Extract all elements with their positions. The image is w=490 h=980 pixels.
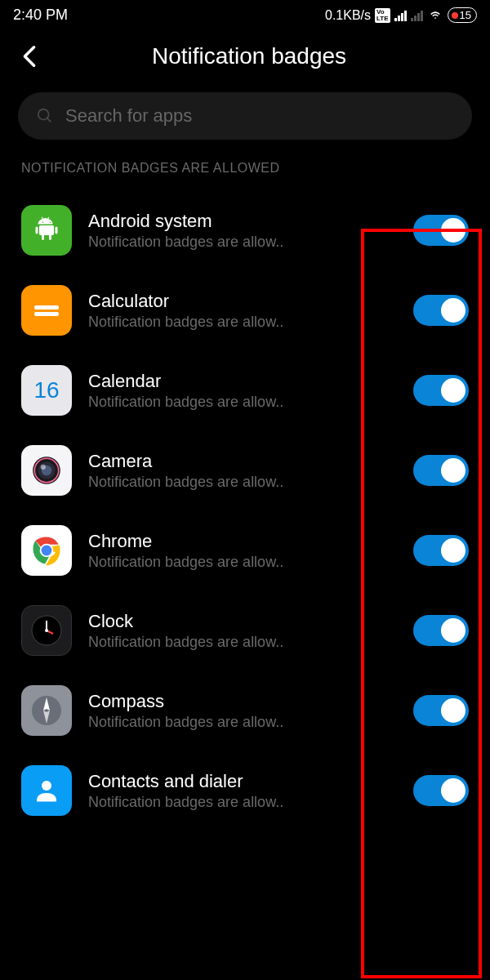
toggle-switch[interactable] — [413, 535, 469, 566]
app-name: Clock — [88, 611, 397, 632]
app-desc: Notification badges are allow.. — [88, 554, 397, 571]
section-header: NOTIFICATION BADGES ARE ALLOWED — [0, 161, 490, 190]
app-name: Camera — [88, 451, 397, 472]
chrome-icon — [21, 525, 72, 576]
search-input[interactable] — [65, 105, 454, 127]
app-name: Calendar — [88, 371, 397, 392]
android-icon — [21, 205, 72, 256]
list-item[interactable]: Compass Notification badges are allow.. — [21, 670, 469, 751]
status-bar: 2:40 PM 0.1KB/s VoLTE 15 — [0, 0, 490, 29]
network-speed: 0.1KB/s — [325, 8, 371, 23]
app-desc: Notification badges are allow.. — [88, 474, 397, 491]
list-item[interactable]: Android system Notification badges are a… — [21, 190, 469, 270]
list-item[interactable]: Chrome Notification badges are allow.. — [21, 510, 469, 590]
app-name: Android system — [88, 211, 397, 232]
battery-icon: 15 — [448, 7, 477, 23]
toggle-switch[interactable] — [413, 455, 469, 486]
app-name: Contacts and dialer — [88, 771, 397, 792]
toggle-switch[interactable] — [413, 615, 469, 646]
app-list: Android system Notification badges are a… — [0, 190, 490, 831]
camera-icon — [21, 445, 72, 496]
toggle-switch[interactable] — [413, 375, 469, 406]
search-icon — [36, 107, 54, 125]
app-name: Compass — [88, 691, 397, 712]
toggle-switch[interactable] — [413, 775, 469, 806]
list-item[interactable]: 16 Calendar Notification badges are allo… — [21, 350, 469, 430]
toggle-switch[interactable] — [413, 215, 469, 246]
contacts-icon — [21, 765, 72, 816]
list-item[interactable]: Clock Notification badges are allow.. — [21, 590, 469, 670]
back-button[interactable] — [18, 45, 41, 68]
app-desc: Notification badges are allow.. — [88, 714, 397, 731]
app-desc: Notification badges are allow.. — [88, 634, 397, 651]
svg-point-13 — [45, 629, 48, 632]
toggle-switch[interactable] — [413, 295, 469, 326]
svg-point-0 — [38, 109, 49, 120]
calendar-icon: 16 — [21, 365, 72, 416]
app-desc: Notification badges are allow.. — [88, 314, 397, 331]
search-box[interactable] — [18, 92, 472, 140]
svg-point-6 — [41, 465, 46, 470]
calculator-icon — [21, 285, 72, 336]
wifi-icon — [427, 9, 443, 22]
svg-line-1 — [47, 118, 51, 122]
volte-icon: VoLTE — [375, 8, 390, 23]
list-item[interactable]: Contacts and dialer Notification badges … — [21, 751, 469, 831]
status-time: 2:40 PM — [13, 7, 68, 24]
signal-1-icon — [394, 10, 407, 21]
app-name: Calculator — [88, 291, 397, 312]
page-header: Notification badges — [0, 29, 490, 92]
signal-2-icon — [411, 10, 423, 21]
svg-point-17 — [42, 781, 51, 791]
clock-icon — [21, 605, 72, 656]
list-item[interactable]: Calculator Notification badges are allow… — [21, 270, 469, 350]
svg-point-9 — [42, 546, 52, 556]
page-title: Notification badges — [60, 43, 438, 69]
app-desc: Notification badges are allow.. — [88, 234, 397, 251]
app-desc: Notification badges are allow.. — [88, 394, 397, 411]
list-item[interactable]: Camera Notification badges are allow.. — [21, 430, 469, 510]
app-name: Chrome — [88, 531, 397, 552]
compass-icon — [21, 685, 72, 736]
toggle-switch[interactable] — [413, 695, 469, 726]
app-desc: Notification badges are allow.. — [88, 794, 397, 811]
